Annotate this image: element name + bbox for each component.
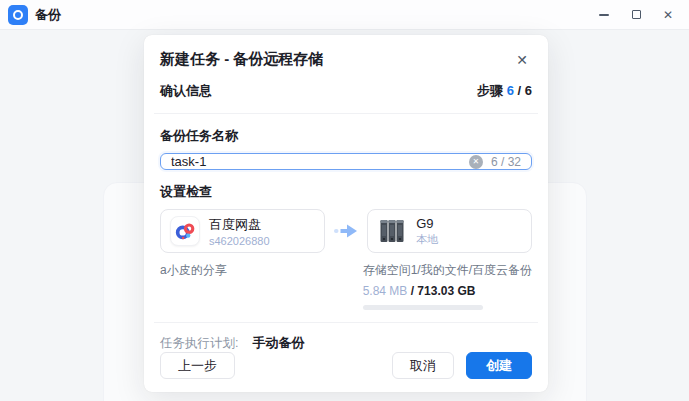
- minimize-icon: [599, 14, 609, 16]
- source-card-text: 百度网盘 s462026880: [209, 216, 270, 247]
- storage-used: 5.84 MB: [363, 284, 408, 298]
- create-button[interactable]: 创建: [466, 352, 532, 379]
- titlebar: 备份 ✕: [0, 0, 689, 30]
- char-counter: 6 / 32: [491, 155, 521, 169]
- backup-ring-icon: [13, 10, 23, 20]
- task-name-input-wrap: ✕ 6 / 32: [160, 153, 532, 170]
- dialog-footer: 上一步 取消 创建: [154, 352, 538, 379]
- step-total: / 6: [514, 83, 532, 98]
- task-name-label: 备份任务名称: [160, 127, 532, 145]
- step-indicator: 步骤 6 / 6: [477, 82, 532, 100]
- destination-title: G9: [416, 216, 438, 231]
- source-account: s462026880: [209, 235, 270, 247]
- maximize-icon: [632, 10, 641, 19]
- baidu-netdisk-icon: [170, 216, 200, 246]
- destination-location: 本地: [416, 232, 438, 247]
- app-title: 备份: [35, 6, 61, 24]
- connection-cards-row: 百度网盘 s462026880: [160, 209, 532, 253]
- previous-step-button[interactable]: 上一步: [160, 352, 235, 379]
- task-name-input[interactable]: [171, 154, 461, 169]
- minimize-button[interactable]: [591, 3, 617, 27]
- cancel-button[interactable]: 取消: [392, 352, 454, 379]
- schedule-label: 任务执行计划:: [160, 335, 238, 352]
- maximize-button[interactable]: [623, 3, 649, 27]
- source-card: 百度网盘 s462026880: [160, 209, 325, 253]
- dialog-header: 新建任务 - 备份远程存储 ✕: [154, 35, 538, 78]
- source-share-note: a小皮的分享: [160, 262, 319, 279]
- dialog-close-button[interactable]: ✕: [512, 51, 532, 69]
- storage-total: / 713.03 GB: [411, 284, 476, 298]
- source-title: 百度网盘: [209, 216, 270, 234]
- direction-arrow-icon: [325, 224, 367, 238]
- window-controls: ✕: [591, 3, 681, 27]
- dialog-title: 新建任务 - 备份远程存储: [160, 50, 323, 69]
- destination-meta: 存储空间1/我的文件/百度云备份 5.84 MB / 713.03 GB: [363, 262, 532, 310]
- close-icon: ✕: [663, 9, 673, 21]
- destination-path: 存储空间1/我的文件/百度云备份: [363, 262, 532, 279]
- confirm-info-row: 确认信息 步骤 6 / 6: [154, 78, 538, 114]
- connection-meta-row: a小皮的分享 存储空间1/我的文件/百度云备份 5.84 MB / 713.03…: [160, 262, 532, 310]
- confirm-info-label: 确认信息: [160, 82, 212, 100]
- destination-card: G9 本地: [367, 209, 532, 253]
- app-logo-icon: [8, 5, 28, 25]
- step-prefix: 步骤: [477, 83, 507, 98]
- new-task-dialog: 新建任务 - 备份远程存储 ✕ 确认信息 步骤 6 / 6 备份任务名称 ✕ 6…: [144, 35, 548, 392]
- step-current: 6: [507, 83, 514, 98]
- clear-input-icon[interactable]: ✕: [469, 155, 483, 169]
- nas-device-icon: [377, 216, 407, 246]
- schedule-value: 手动备份: [252, 334, 304, 352]
- section-divider: [154, 322, 538, 323]
- settings-check-label: 设置检查: [160, 183, 532, 201]
- destination-card-text: G9 本地: [416, 216, 438, 247]
- close-window-button[interactable]: ✕: [655, 3, 681, 27]
- schedule-row: 任务执行计划: 手动备份: [160, 334, 532, 352]
- storage-progress-bar: [363, 305, 483, 310]
- storage-usage: 5.84 MB / 713.03 GB: [363, 284, 532, 298]
